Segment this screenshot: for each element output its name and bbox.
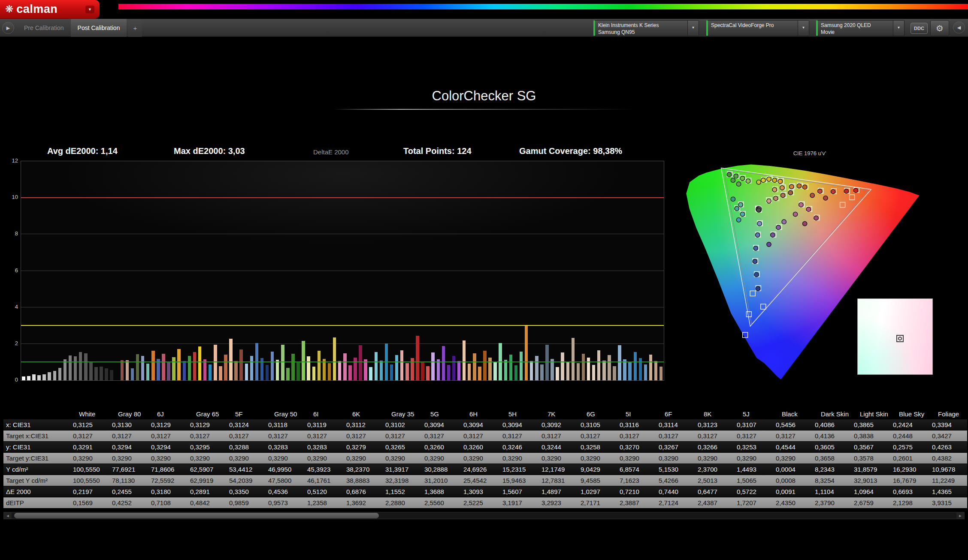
de2000-bar[interactable] <box>566 362 569 380</box>
de2000-bar[interactable] <box>276 360 279 380</box>
de2000-bar[interactable] <box>167 362 170 380</box>
de2000-bar[interactable] <box>348 365 351 380</box>
de2000-bar[interactable] <box>359 345 362 380</box>
de2000-bar[interactable] <box>188 356 191 380</box>
de2000-bar[interactable] <box>296 362 299 380</box>
meter-device-selector[interactable]: Klein Instruments K Series Samsung QN95 … <box>593 20 699 36</box>
de2000-bar[interactable] <box>224 355 227 380</box>
de2000-bar[interactable] <box>535 356 538 380</box>
de2000-bar[interactable] <box>84 353 87 380</box>
de2000-bar[interactable] <box>328 363 331 380</box>
de2000-bar[interactable] <box>131 368 134 381</box>
de2000-bar[interactable] <box>561 352 564 380</box>
de2000-bar[interactable] <box>53 371 56 380</box>
de2000-bar[interactable] <box>136 354 139 380</box>
de2000-bar[interactable] <box>572 338 575 380</box>
de2000-bar[interactable] <box>100 367 103 380</box>
de2000-bar[interactable] <box>307 356 310 380</box>
de2000-bar[interactable] <box>281 345 284 380</box>
de2000-bar[interactable] <box>302 341 305 380</box>
de2000-bar[interactable] <box>473 353 476 380</box>
de2000-bar[interactable] <box>219 366 222 380</box>
de2000-bar[interactable] <box>27 376 30 380</box>
de2000-bar[interactable] <box>110 370 113 380</box>
de2000-bar[interactable] <box>613 366 616 380</box>
de2000-bar[interactable] <box>266 365 269 380</box>
de2000-bar[interactable] <box>338 361 341 380</box>
de2000-bar[interactable] <box>431 352 434 380</box>
de2000-bar[interactable] <box>540 364 543 380</box>
add-tab-button[interactable]: + <box>128 19 142 37</box>
scrollbar-thumb[interactable] <box>14 513 379 518</box>
de2000-bar[interactable] <box>146 364 149 380</box>
de2000-bar[interactable] <box>618 345 621 380</box>
de2000-bar[interactable] <box>121 360 124 380</box>
de2000-bar[interactable] <box>239 349 242 380</box>
de2000-bar[interactable] <box>37 375 40 380</box>
de2000-bar[interactable] <box>48 372 51 380</box>
de2000-bar[interactable] <box>198 346 201 380</box>
de2000-bar[interactable] <box>592 365 595 380</box>
device-dropdown-arrow[interactable]: ▼ <box>798 21 809 36</box>
de2000-bar[interactable] <box>488 358 491 380</box>
de2000-bar[interactable] <box>509 355 512 380</box>
tab-post-calibration[interactable]: Post Calibration <box>71 19 127 37</box>
de2000-bar[interactable] <box>234 361 237 380</box>
de2000-bar[interactable] <box>447 365 450 380</box>
de2000-bar[interactable] <box>483 351 486 380</box>
de2000-bar[interactable] <box>400 350 403 380</box>
de2000-bar[interactable] <box>369 367 372 380</box>
de2000-bar[interactable] <box>556 367 559 380</box>
de2000-bar[interactable] <box>608 355 611 380</box>
de2000-bar[interactable] <box>628 362 631 380</box>
de2000-bar[interactable] <box>22 376 25 380</box>
de2000-bar[interactable] <box>525 325 528 380</box>
de2000-bar[interactable] <box>58 368 61 380</box>
de2000-bar[interactable] <box>442 346 445 380</box>
de2000-bar[interactable] <box>514 365 517 380</box>
de2000-bar[interactable] <box>493 362 496 380</box>
de2000-bar[interactable] <box>42 374 45 380</box>
de2000-bar[interactable] <box>597 350 600 380</box>
de2000-bar[interactable] <box>649 355 652 380</box>
de2000-bar[interactable] <box>582 354 585 380</box>
de2000-bar[interactable] <box>452 356 455 380</box>
de2000-bar[interactable] <box>545 345 548 380</box>
logo-dropdown-chevron-icon[interactable]: ▼ <box>85 6 94 13</box>
de2000-bar[interactable] <box>354 358 357 380</box>
de2000-bar[interactable] <box>94 367 97 380</box>
de2000-bar[interactable] <box>286 368 289 380</box>
de2000-bar[interactable] <box>291 354 294 380</box>
de2000-bar[interactable] <box>577 363 580 380</box>
tab-strip-expand-button[interactable]: ▶ <box>2 22 14 34</box>
de2000-bar[interactable] <box>177 349 180 380</box>
de2000-bar[interactable] <box>209 364 212 380</box>
settings-gear-button[interactable]: ⚙ <box>930 20 949 36</box>
de2000-bar[interactable] <box>172 357 175 381</box>
de2000-bar[interactable] <box>214 345 217 380</box>
de2000-bar[interactable] <box>380 361 383 380</box>
de2000-bar[interactable] <box>659 367 662 380</box>
de2000-bar[interactable] <box>312 367 315 380</box>
tab-pre-calibration[interactable]: Pre Calibration <box>17 19 71 37</box>
de2000-bar[interactable] <box>602 361 605 380</box>
ddc-button[interactable]: DDC <box>911 23 928 34</box>
de2000-bar[interactable] <box>162 354 165 380</box>
de2000-bar[interactable] <box>405 363 408 380</box>
device-dropdown-arrow[interactable]: ▼ <box>893 21 904 36</box>
de2000-bar[interactable] <box>151 351 154 380</box>
scrollbar-left-arrow[interactable]: ◄ <box>4 512 12 519</box>
de2000-bar[interactable] <box>183 361 186 380</box>
source-device-selector[interactable]: SpectraCal VideoForge Pro ▼ <box>706 20 809 36</box>
scrollbar-right-arrow[interactable]: ► <box>956 512 964 519</box>
de2000-bar[interactable] <box>193 352 196 380</box>
de2000-bar[interactable] <box>318 351 321 380</box>
de2000-bar[interactable] <box>89 361 92 380</box>
de2000-bar[interactable] <box>390 364 393 380</box>
de2000-bar[interactable] <box>644 364 647 380</box>
de2000-bar[interactable] <box>141 356 144 380</box>
de2000-bar[interactable] <box>587 358 590 380</box>
de2000-bar[interactable] <box>74 356 77 380</box>
de2000-bar[interactable] <box>634 352 637 380</box>
display-device-selector[interactable]: Samsung 2020 QLED Movie ▼ <box>816 20 904 36</box>
